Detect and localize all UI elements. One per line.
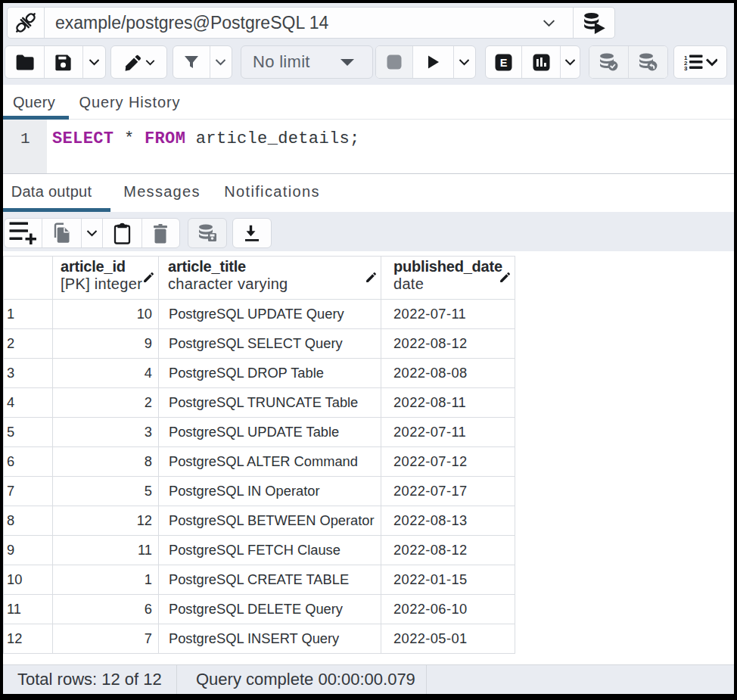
svg-text:E: E <box>500 57 508 69</box>
svg-text:3: 3 <box>684 65 688 70</box>
